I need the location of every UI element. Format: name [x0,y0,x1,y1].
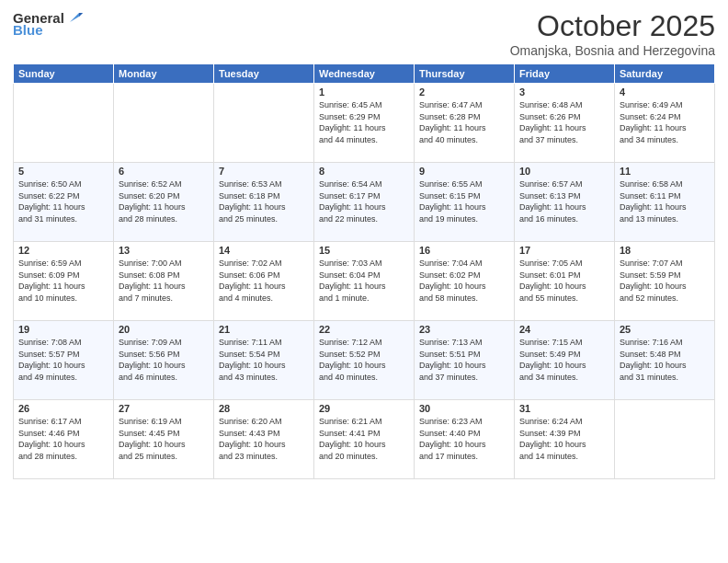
calendar-cell: 3Sunrise: 6:48 AM Sunset: 6:26 PM Daylig… [515,84,615,163]
day-info: Sunrise: 7:00 AM Sunset: 6:08 PM Dayligh… [119,258,209,304]
calendar-cell: 30Sunrise: 6:23 AM Sunset: 4:40 PM Dayli… [415,400,515,479]
day-info: Sunrise: 7:11 AM Sunset: 5:54 PM Dayligh… [219,337,309,383]
calendar-week-row: 12Sunrise: 6:59 AM Sunset: 6:09 PM Dayli… [14,242,715,321]
calendar-week-row: 26Sunrise: 6:17 AM Sunset: 4:46 PM Dayli… [14,400,715,479]
day-number: 10 [519,166,609,177]
title-block: October 2025 Omanjska, Bosnia and Herzeg… [510,9,715,58]
day-number: 16 [419,245,509,256]
calendar-cell: 8Sunrise: 6:54 AM Sunset: 6:17 PM Daylig… [314,163,415,242]
day-number: 17 [519,245,609,256]
logo-icon [66,9,83,26]
day-info: Sunrise: 7:09 AM Sunset: 5:56 PM Dayligh… [119,337,209,383]
calendar-cell [615,400,715,479]
calendar-cell: 18Sunrise: 7:07 AM Sunset: 5:59 PM Dayli… [615,242,715,321]
calendar-week-row: 19Sunrise: 7:08 AM Sunset: 5:57 PM Dayli… [14,321,715,400]
calendar-cell: 2Sunrise: 6:47 AM Sunset: 6:28 PM Daylig… [415,84,515,163]
day-info: Sunrise: 6:20 AM Sunset: 4:43 PM Dayligh… [219,416,309,462]
day-number: 12 [18,245,108,256]
day-number: 22 [319,324,409,335]
calendar: SundayMondayTuesdayWednesdayThursdayFrid… [13,63,715,479]
day-info: Sunrise: 6:23 AM Sunset: 4:40 PM Dayligh… [419,416,509,462]
day-number: 24 [519,324,609,335]
day-number: 26 [18,403,108,414]
header: General Blue October 2025 Omanjska, Bosn… [13,9,715,58]
weekday-header: Saturday [615,64,715,84]
day-number: 13 [119,245,209,256]
svg-marker-1 [79,13,83,17]
day-info: Sunrise: 7:03 AM Sunset: 6:04 PM Dayligh… [319,258,409,304]
calendar-cell [214,84,314,163]
day-info: Sunrise: 6:52 AM Sunset: 6:20 PM Dayligh… [119,178,209,224]
calendar-cell: 21Sunrise: 7:11 AM Sunset: 5:54 PM Dayli… [214,321,314,400]
calendar-cell: 27Sunrise: 6:19 AM Sunset: 4:45 PM Dayli… [114,400,214,479]
day-info: Sunrise: 6:59 AM Sunset: 6:09 PM Dayligh… [18,258,108,304]
calendar-cell: 24Sunrise: 7:15 AM Sunset: 5:49 PM Dayli… [515,321,615,400]
day-number: 11 [620,166,710,177]
day-number: 15 [319,245,409,256]
day-info: Sunrise: 6:21 AM Sunset: 4:41 PM Dayligh… [319,416,409,462]
day-info: Sunrise: 7:05 AM Sunset: 6:01 PM Dayligh… [519,258,609,304]
day-info: Sunrise: 6:54 AM Sunset: 6:17 PM Dayligh… [319,178,409,224]
day-number: 27 [119,403,209,414]
calendar-cell: 17Sunrise: 7:05 AM Sunset: 6:01 PM Dayli… [515,242,615,321]
day-info: Sunrise: 7:07 AM Sunset: 5:59 PM Dayligh… [620,258,710,304]
logo: General Blue [13,9,83,38]
day-number: 9 [419,166,509,177]
calendar-cell: 1Sunrise: 6:45 AM Sunset: 6:29 PM Daylig… [314,84,415,163]
calendar-cell: 28Sunrise: 6:20 AM Sunset: 4:43 PM Dayli… [214,400,314,479]
day-info: Sunrise: 7:12 AM Sunset: 5:52 PM Dayligh… [319,337,409,383]
day-info: Sunrise: 7:15 AM Sunset: 5:49 PM Dayligh… [519,337,609,383]
day-info: Sunrise: 6:24 AM Sunset: 4:39 PM Dayligh… [519,416,609,462]
day-info: Sunrise: 7:02 AM Sunset: 6:06 PM Dayligh… [219,258,309,304]
calendar-cell [14,84,114,163]
day-info: Sunrise: 6:48 AM Sunset: 6:26 PM Dayligh… [519,99,609,145]
calendar-cell: 6Sunrise: 6:52 AM Sunset: 6:20 PM Daylig… [114,163,214,242]
calendar-cell: 22Sunrise: 7:12 AM Sunset: 5:52 PM Dayli… [314,321,415,400]
day-number: 5 [18,166,108,177]
day-info: Sunrise: 6:47 AM Sunset: 6:28 PM Dayligh… [419,99,509,145]
day-info: Sunrise: 7:04 AM Sunset: 6:02 PM Dayligh… [419,258,509,304]
calendar-cell [114,84,214,163]
calendar-cell: 20Sunrise: 7:09 AM Sunset: 5:56 PM Dayli… [114,321,214,400]
day-info: Sunrise: 6:53 AM Sunset: 6:18 PM Dayligh… [219,178,309,224]
day-number: 25 [620,324,710,335]
logo-blue: Blue [13,22,43,38]
calendar-cell: 19Sunrise: 7:08 AM Sunset: 5:57 PM Dayli… [14,321,114,400]
calendar-cell: 9Sunrise: 6:55 AM Sunset: 6:15 PM Daylig… [415,163,515,242]
calendar-cell: 10Sunrise: 6:57 AM Sunset: 6:13 PM Dayli… [515,163,615,242]
calendar-cell: 14Sunrise: 7:02 AM Sunset: 6:06 PM Dayli… [214,242,314,321]
day-info: Sunrise: 6:58 AM Sunset: 6:11 PM Dayligh… [620,178,710,224]
day-number: 4 [620,86,710,98]
day-info: Sunrise: 6:49 AM Sunset: 6:24 PM Dayligh… [620,99,710,145]
day-info: Sunrise: 6:57 AM Sunset: 6:13 PM Dayligh… [519,178,609,224]
weekday-header: Tuesday [214,64,314,84]
calendar-cell: 7Sunrise: 6:53 AM Sunset: 6:18 PM Daylig… [214,163,314,242]
calendar-cell: 23Sunrise: 7:13 AM Sunset: 5:51 PM Dayli… [415,321,515,400]
day-number: 23 [419,324,509,335]
day-info: Sunrise: 6:50 AM Sunset: 6:22 PM Dayligh… [18,178,108,224]
calendar-cell: 16Sunrise: 7:04 AM Sunset: 6:02 PM Dayli… [415,242,515,321]
calendar-cell: 15Sunrise: 7:03 AM Sunset: 6:04 PM Dayli… [314,242,415,321]
day-number: 20 [119,324,209,335]
page: General Blue October 2025 Omanjska, Bosn… [0,0,728,563]
calendar-cell: 29Sunrise: 6:21 AM Sunset: 4:41 PM Dayli… [314,400,415,479]
day-number: 29 [319,403,409,414]
day-number: 1 [319,86,409,98]
day-number: 8 [319,166,409,177]
calendar-cell: 12Sunrise: 6:59 AM Sunset: 6:09 PM Dayli… [14,242,114,321]
calendar-cell: 25Sunrise: 7:16 AM Sunset: 5:48 PM Dayli… [615,321,715,400]
day-number: 2 [419,86,509,98]
day-info: Sunrise: 7:08 AM Sunset: 5:57 PM Dayligh… [18,337,108,383]
weekday-header: Sunday [14,64,114,84]
day-number: 30 [419,403,509,414]
calendar-week-row: 1Sunrise: 6:45 AM Sunset: 6:29 PM Daylig… [14,84,715,163]
weekday-header: Monday [114,64,214,84]
day-number: 6 [119,166,209,177]
calendar-week-row: 5Sunrise: 6:50 AM Sunset: 6:22 PM Daylig… [14,163,715,242]
month-title: October 2025 [510,9,715,43]
day-number: 31 [519,403,609,414]
day-info: Sunrise: 6:17 AM Sunset: 4:46 PM Dayligh… [18,416,108,462]
weekday-header: Thursday [415,64,515,84]
day-number: 18 [620,245,710,256]
day-info: Sunrise: 6:55 AM Sunset: 6:15 PM Dayligh… [419,178,509,224]
